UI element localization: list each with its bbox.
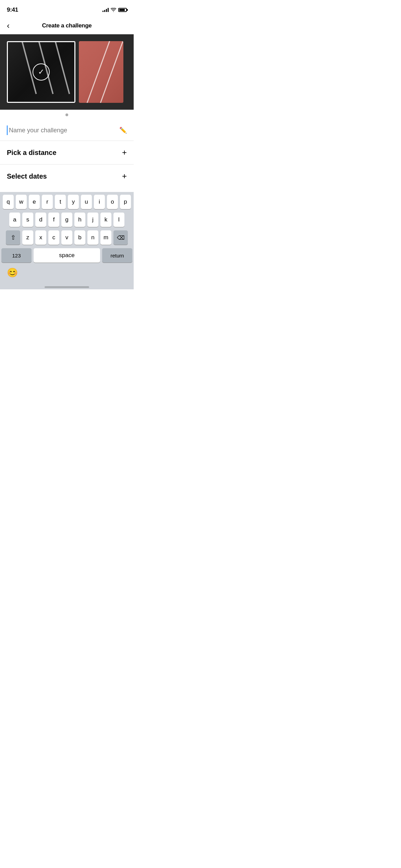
key-f[interactable]: f xyxy=(48,213,59,227)
key-l[interactable]: l xyxy=(113,213,124,227)
return-key[interactable]: return xyxy=(102,248,132,263)
key-r[interactable]: r xyxy=(42,195,53,209)
key-q[interactable]: q xyxy=(3,195,14,209)
dates-add-icon[interactable]: + xyxy=(122,171,127,181)
keyboard-row-3: ⇧ z x c v b n m ⌫ xyxy=(1,230,132,245)
status-time: 9:41 xyxy=(7,7,18,13)
key-k[interactable]: k xyxy=(100,213,111,227)
key-e[interactable]: e xyxy=(29,195,40,209)
scroll-dot xyxy=(65,113,68,116)
scroll-indicator xyxy=(0,110,134,120)
keyboard: q w e r t y u i o p a s d f g h j k l ⇧ … xyxy=(0,192,134,289)
key-y[interactable]: y xyxy=(68,195,79,209)
back-button[interactable]: ‹ xyxy=(7,21,10,31)
challenge-name-input[interactable] xyxy=(9,127,116,134)
image-item-0[interactable]: ✓ xyxy=(7,41,75,103)
key-c[interactable]: c xyxy=(48,230,59,245)
key-s[interactable]: s xyxy=(22,213,33,227)
key-a[interactable]: a xyxy=(9,213,20,227)
status-icons xyxy=(102,8,127,12)
delete-key[interactable]: ⌫ xyxy=(113,230,128,245)
key-m[interactable]: m xyxy=(100,230,111,245)
home-indicator xyxy=(1,284,132,289)
edit-icon: ✏️ xyxy=(119,126,127,134)
emoji-button[interactable]: 😊 xyxy=(7,267,18,278)
distance-picker-row[interactable]: Pick a distance + xyxy=(0,141,134,165)
key-b[interactable]: b xyxy=(74,230,85,245)
name-field-container[interactable]: ✏️ xyxy=(0,120,134,141)
key-t[interactable]: t xyxy=(55,195,66,209)
key-z[interactable]: z xyxy=(22,230,33,245)
signal-icon xyxy=(102,8,109,12)
image-item-1[interactable] xyxy=(79,41,123,103)
key-v[interactable]: v xyxy=(61,230,72,245)
key-i[interactable]: i xyxy=(94,195,105,209)
key-p[interactable]: p xyxy=(120,195,131,209)
selected-checkmark: ✓ xyxy=(33,63,50,81)
key-g[interactable]: g xyxy=(61,213,72,227)
key-o[interactable]: o xyxy=(107,195,118,209)
track-image xyxy=(79,41,123,103)
space-key[interactable]: space xyxy=(34,248,100,263)
keyboard-row-1: q w e r t y u i o p xyxy=(1,195,132,209)
key-j[interactable]: j xyxy=(87,213,98,227)
key-w[interactable]: w xyxy=(16,195,27,209)
key-n[interactable]: n xyxy=(87,230,98,245)
status-bar: 9:41 xyxy=(0,0,134,17)
dates-label: Select dates xyxy=(7,172,47,180)
emoji-bar: 😊 xyxy=(1,264,132,284)
dates-picker-row[interactable]: Select dates + xyxy=(0,165,134,188)
battery-icon xyxy=(118,8,127,12)
shift-key[interactable]: ⇧ xyxy=(6,230,20,245)
distance-add-icon[interactable]: + xyxy=(122,148,127,157)
key-d[interactable]: d xyxy=(35,213,46,227)
form-section: ✏️ Pick a distance + Select dates + xyxy=(0,120,134,188)
text-cursor xyxy=(7,125,8,135)
distance-label: Pick a distance xyxy=(7,149,57,157)
page-title: Create a challenge xyxy=(42,22,92,29)
keyboard-row-2: a s d f g h j k l xyxy=(1,213,132,227)
home-bar xyxy=(45,286,89,288)
keyboard-bottom-row: 123 space return xyxy=(1,248,132,264)
key-h[interactable]: h xyxy=(74,213,85,227)
numbers-key[interactable]: 123 xyxy=(1,248,32,263)
key-u[interactable]: u xyxy=(81,195,92,209)
key-x[interactable]: x xyxy=(35,230,46,245)
wifi-icon xyxy=(111,8,116,12)
image-carousel[interactable]: ✓ xyxy=(0,34,134,110)
nav-bar: ‹ Create a challenge xyxy=(0,17,134,34)
